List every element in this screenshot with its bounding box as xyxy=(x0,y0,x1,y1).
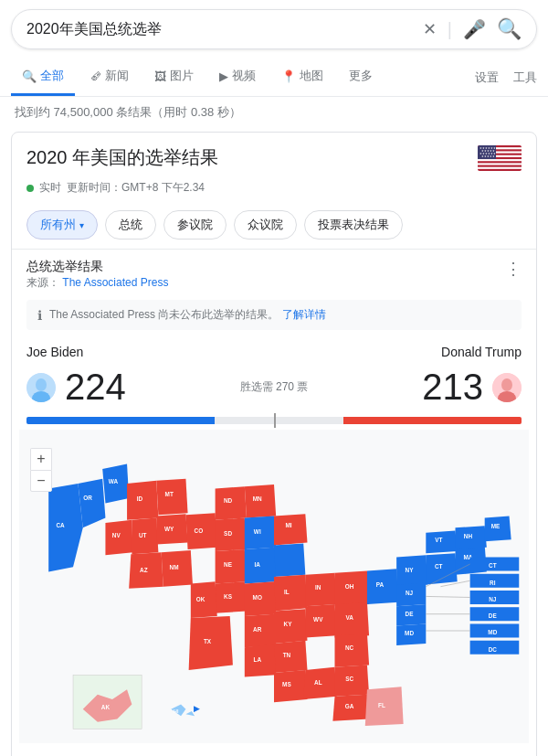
filter-president[interactable]: 总统 xyxy=(105,210,156,240)
trump-name: Donald Trump xyxy=(441,345,522,359)
state-mo xyxy=(245,581,276,616)
svg-text:★★★★★: ★★★★★ xyxy=(481,154,495,158)
state-me xyxy=(485,516,511,541)
clear-icon[interactable]: ✕ xyxy=(423,19,437,39)
svg-rect-6 xyxy=(478,167,522,169)
state-md xyxy=(396,623,426,645)
live-text: 实时 xyxy=(39,180,61,196)
card-title-text: 2020 年美国的选举结果 xyxy=(26,145,218,170)
more-options-icon[interactable]: ⋮ xyxy=(505,259,522,279)
tab-maps-icon: 📍 xyxy=(281,69,296,83)
threshold-label: 胜选需 270 票 xyxy=(240,379,309,395)
section-info: 总统选举结果 来源： The Associated Press xyxy=(26,259,168,291)
section-header: 总统选举结果 来源： The Associated Press ⋮ xyxy=(12,249,536,294)
dropdown-arrow-icon: ▾ xyxy=(79,220,84,230)
state-ct-ri xyxy=(426,553,457,584)
state-nv xyxy=(105,520,132,556)
tab-more-label: 更多 xyxy=(349,68,373,84)
state-oh xyxy=(335,571,370,607)
state-wv xyxy=(305,604,336,637)
map-legend: ■ 赢下 ■ 领先 ■ 赢下 ■ 领先 xyxy=(12,751,536,756)
svg-rect-4 xyxy=(478,159,522,161)
card-header: 2020 年美国的选举结果 ★★★★★★ ★★★★★ ★★★★★★ ★★★★★ xyxy=(12,133,536,178)
card-subtitle: 实时 更新时间：GMT+8 下午2.34 xyxy=(12,178,536,205)
state-wi xyxy=(245,516,276,548)
svg-point-16 xyxy=(501,378,512,391)
state-ri-box xyxy=(470,574,520,588)
state-vt xyxy=(426,531,457,554)
search-icon[interactable]: 🔍 xyxy=(497,17,522,41)
state-ny xyxy=(396,555,427,586)
zoom-out-button[interactable]: − xyxy=(30,470,52,492)
map-container: + − CA OR WA ID MT NV xyxy=(19,430,529,746)
search-icons: ✕ | 🎤 🔍 xyxy=(423,17,522,41)
state-mi-upper xyxy=(274,514,307,545)
tab-all-icon: 🔍 xyxy=(22,69,37,83)
results-count: 找到约 74,500,000 条结果（用时 0.38 秒） xyxy=(0,97,548,128)
divider: | xyxy=(448,19,452,40)
state-ks xyxy=(216,581,247,612)
state-nj-box xyxy=(470,591,520,604)
state-in xyxy=(305,573,336,606)
state-ky xyxy=(274,609,307,644)
state-mi-lower xyxy=(274,543,305,576)
tab-all[interactable]: 🔍 全部 xyxy=(11,59,75,96)
votes-row: 224 胜选需 270 票 213 xyxy=(12,363,536,415)
state-id xyxy=(127,481,158,520)
state-az xyxy=(129,552,163,589)
tab-news[interactable]: 🗞 新闻 xyxy=(79,59,140,96)
state-nj xyxy=(396,582,426,606)
tab-more[interactable]: 更多 xyxy=(338,59,384,96)
filter-all-states[interactable]: 所有州 ▾ xyxy=(26,210,98,240)
candidates-names-row: Joe Biden Donald Trump xyxy=(12,335,536,363)
tab-images-label: 图片 xyxy=(170,68,194,84)
trump-progress xyxy=(343,417,522,424)
state-nc xyxy=(335,634,370,666)
tools-link[interactable]: 工具 xyxy=(513,69,537,86)
tab-videos[interactable]: ▶ 视频 xyxy=(208,59,267,96)
state-il xyxy=(274,575,307,612)
nav-right: 设置 工具 xyxy=(475,69,537,86)
ap-learn-more-link[interactable]: 了解详情 xyxy=(282,308,326,321)
us-flag: ★★★★★★ ★★★★★ ★★★★★★ ★★★★★ xyxy=(478,145,522,171)
card-title: 2020 年美国的选举结果 xyxy=(26,145,218,170)
source-link[interactable]: The Associated Press xyxy=(62,276,168,289)
state-al xyxy=(303,667,336,699)
state-sd xyxy=(216,518,247,551)
map-zoom-controls: + − xyxy=(30,448,52,492)
filter-house[interactable]: 众议院 xyxy=(234,210,297,240)
win-threshold: 胜选需 270 票 xyxy=(240,379,309,395)
filter-senate[interactable]: 参议院 xyxy=(163,210,227,240)
tab-maps[interactable]: 📍 地图 xyxy=(270,59,334,96)
state-mn xyxy=(245,484,276,517)
election-card: 2020 年美国的选举结果 ★★★★★★ ★★★★★ ★★★★★★ ★★★★★ xyxy=(11,132,537,756)
svg-point-13 xyxy=(36,378,47,391)
tab-maps-label: 地图 xyxy=(300,68,323,84)
usa-map-svg: CA OR WA ID MT NV UT WY AZ xyxy=(19,430,529,743)
state-nh xyxy=(456,526,487,549)
nav-tabs: 🔍 全部 🗞 新闻 🖼 图片 ▶ 视频 📍 地图 更多 设置 工具 xyxy=(0,59,548,97)
trump-votes: 213 xyxy=(422,367,483,408)
zoom-in-button[interactable]: + xyxy=(30,448,52,470)
search-input[interactable] xyxy=(26,21,423,37)
filter-ballot[interactable]: 投票表决结果 xyxy=(304,210,403,240)
microphone-icon[interactable]: 🎤 xyxy=(463,18,486,40)
tab-all-label: 全部 xyxy=(40,68,64,84)
state-ga xyxy=(332,695,369,721)
section-title: 总统选举结果 xyxy=(26,259,168,275)
biden-progress xyxy=(26,417,215,424)
remaining-progress xyxy=(215,417,343,424)
state-nd xyxy=(216,486,247,519)
tab-images[interactable]: 🖼 图片 xyxy=(143,59,205,96)
settings-link[interactable]: 设置 xyxy=(475,69,499,86)
tab-news-label: 新闻 xyxy=(105,68,129,84)
section-source: 来源： The Associated Press xyxy=(26,275,168,291)
state-ut xyxy=(132,518,158,555)
info-icon: ℹ xyxy=(37,308,42,323)
state-ct-box xyxy=(470,557,520,570)
tab-videos-icon: ▶ xyxy=(219,69,228,83)
state-fl xyxy=(365,687,404,726)
state-md-box xyxy=(470,623,520,637)
state-sc xyxy=(335,665,370,697)
state-ar xyxy=(245,614,276,647)
